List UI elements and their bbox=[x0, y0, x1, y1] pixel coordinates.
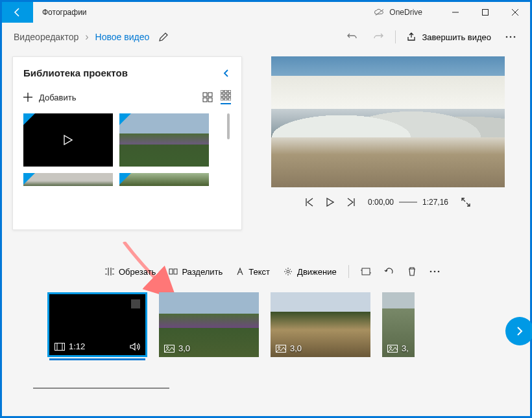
maximize-button[interactable] bbox=[470, 2, 500, 23]
chevron-right-icon bbox=[514, 326, 525, 336]
library-item[interactable] bbox=[119, 113, 209, 167]
redo-icon bbox=[372, 31, 384, 43]
arrow-left-icon bbox=[12, 7, 23, 17]
svg-rect-16 bbox=[228, 90, 231, 93]
clip-duration: 3,0 bbox=[290, 343, 302, 353]
svg-point-27 bbox=[429, 271, 431, 273]
trim-icon bbox=[104, 267, 115, 276]
breadcrumb-root[interactable]: Видеоредактор bbox=[14, 32, 79, 42]
video-icon bbox=[54, 343, 65, 351]
view-toggle bbox=[202, 90, 231, 104]
next-frame-button[interactable] bbox=[347, 198, 355, 207]
step-back-icon bbox=[306, 198, 313, 207]
motion-button[interactable]: Движение bbox=[278, 264, 342, 279]
add-media-button[interactable]: Добавить bbox=[23, 93, 76, 102]
storyboard-clip[interactable]: 3,0 bbox=[159, 292, 259, 357]
image-icon bbox=[164, 345, 175, 353]
minimize-icon bbox=[452, 9, 459, 16]
edit-name-button[interactable] bbox=[158, 32, 169, 42]
trim-label: Обрезать bbox=[119, 267, 156, 277]
fullscreen-icon bbox=[461, 198, 470, 207]
view-large-button[interactable] bbox=[202, 92, 213, 102]
svg-point-36 bbox=[278, 346, 280, 348]
storyboard-clip[interactable]: 1:12 bbox=[47, 292, 147, 357]
export-icon bbox=[406, 32, 417, 42]
ellipsis-icon bbox=[429, 270, 440, 273]
clip-more-button[interactable] bbox=[424, 268, 445, 275]
used-tag bbox=[119, 113, 131, 125]
play-icon bbox=[64, 135, 73, 145]
breadcrumb-current[interactable]: Новое видео bbox=[95, 32, 150, 42]
svg-rect-26 bbox=[362, 268, 370, 275]
redo-button[interactable] bbox=[365, 25, 391, 49]
library-item[interactable] bbox=[119, 173, 209, 186]
used-tag bbox=[23, 173, 35, 185]
chevron-right-icon: › bbox=[85, 31, 88, 43]
back-button[interactable] bbox=[2, 2, 33, 23]
undo-button[interactable] bbox=[339, 25, 365, 49]
clip-sound-button[interactable] bbox=[130, 342, 140, 351]
view-small-button[interactable] bbox=[221, 90, 231, 104]
library-title: Библиотека проектов bbox=[23, 67, 128, 78]
play-button[interactable] bbox=[326, 198, 334, 207]
image-icon bbox=[387, 345, 398, 353]
used-tag bbox=[119, 173, 131, 185]
library-scrollbar[interactable] bbox=[227, 113, 230, 139]
trash-icon bbox=[407, 266, 417, 277]
fullscreen-button[interactable] bbox=[461, 198, 470, 207]
preview-panel: 0:00,00 1:27,16 bbox=[264, 56, 512, 207]
svg-point-5 bbox=[506, 36, 508, 38]
svg-rect-22 bbox=[228, 98, 231, 100]
timeline-scrollbar[interactable] bbox=[33, 388, 169, 389]
svg-rect-10 bbox=[203, 93, 207, 97]
grid-small-icon bbox=[221, 90, 231, 100]
storyboard[interactable]: 1:12 3,0 3,0 3, bbox=[47, 292, 530, 357]
add-label: Добавить bbox=[39, 93, 76, 102]
motion-label: Движение bbox=[297, 267, 337, 277]
maximize-icon bbox=[482, 9, 489, 16]
finish-label: Завершить видео bbox=[422, 32, 491, 42]
speaker-icon bbox=[130, 342, 140, 351]
image-icon bbox=[276, 345, 286, 353]
selection-handle[interactable] bbox=[131, 299, 140, 308]
rotate-button[interactable] bbox=[379, 264, 400, 279]
trim-button[interactable]: Обрезать bbox=[99, 264, 161, 279]
motion-icon bbox=[283, 266, 293, 277]
preview-frame[interactable] bbox=[271, 56, 505, 187]
text-button[interactable]: Текст bbox=[230, 264, 275, 279]
svg-point-25 bbox=[287, 270, 289, 273]
scroll-right-button[interactable] bbox=[505, 317, 532, 345]
window-controls bbox=[441, 2, 530, 23]
onedrive-status[interactable]: OneDrive bbox=[374, 6, 422, 18]
minimize-button[interactable] bbox=[441, 2, 470, 23]
play-icon bbox=[326, 198, 334, 207]
clip-duration: 3, bbox=[402, 343, 409, 353]
storyboard-clip[interactable]: 3,0 bbox=[271, 292, 370, 357]
delete-button[interactable] bbox=[402, 264, 422, 279]
svg-rect-23 bbox=[169, 269, 173, 274]
storyboard-clip[interactable]: 3, bbox=[382, 292, 415, 357]
svg-rect-12 bbox=[203, 98, 207, 102]
clip-toolbar: Обрезать Разделить Текст Движение bbox=[99, 264, 445, 279]
finish-video-button[interactable]: Завершить видео bbox=[400, 32, 498, 42]
close-button[interactable] bbox=[500, 2, 530, 23]
undo-icon bbox=[346, 31, 358, 43]
collapse-library-button[interactable] bbox=[222, 69, 231, 78]
more-button[interactable] bbox=[498, 25, 524, 49]
prev-frame-button[interactable] bbox=[306, 198, 313, 207]
library-item[interactable] bbox=[23, 113, 113, 167]
split-button[interactable]: Разделить bbox=[163, 264, 228, 279]
close-icon bbox=[512, 9, 518, 16]
crop-button[interactable] bbox=[356, 264, 376, 279]
svg-point-7 bbox=[514, 36, 516, 38]
svg-point-28 bbox=[433, 271, 435, 273]
svg-rect-11 bbox=[208, 93, 212, 97]
separator bbox=[395, 30, 396, 43]
library-item[interactable] bbox=[23, 173, 113, 186]
player-controls: 0:00,00 1:27,16 bbox=[264, 198, 512, 207]
text-icon bbox=[236, 267, 245, 276]
used-tag bbox=[23, 113, 35, 125]
text-label: Текст bbox=[248, 267, 270, 277]
svg-rect-13 bbox=[208, 98, 212, 102]
progress-bar[interactable] bbox=[399, 202, 417, 203]
